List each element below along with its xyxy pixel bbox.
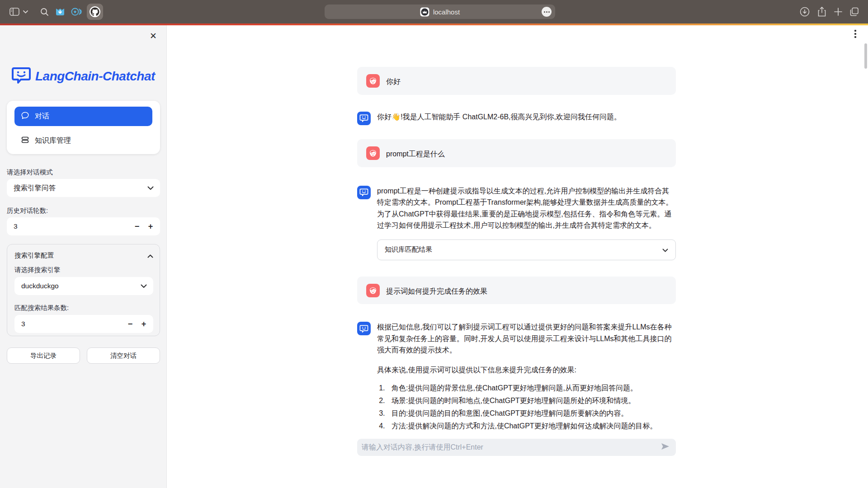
message-list: 角色:提供问题的背景信息,使ChatGPT更好地理解问题,从而更好地回答问题。 … <box>387 382 676 432</box>
share-icon[interactable] <box>816 6 827 17</box>
results-count-label: 匹配搜索结果条数: <box>14 304 69 312</box>
sidebar: ✕ LangChain-Chatchat 对话 知识库管理 请选择对话模式 搜索… <box>0 25 167 488</box>
kb-match-results-expander[interactable]: 知识库匹配结果 <box>377 239 676 260</box>
export-records-button[interactable]: 导出记录 <box>7 347 80 364</box>
engine-select-label: 请选择搜索引擎 <box>14 266 61 274</box>
list-item: 方法:提供解决问题的方式和方法,使ChatGPT更好地理解如何达成解决问题的目标… <box>387 420 676 432</box>
chat-area: 你好 你好👋!我是人工智能助手 ChatGLM2-6B,很高兴见到你,欢迎问我任… <box>357 25 676 432</box>
engine-select[interactable]: duckduckgo <box>14 277 153 295</box>
url-text: localhost <box>433 8 460 16</box>
github-extension-icon[interactable] <box>87 4 103 20</box>
chat-input-bar[interactable] <box>357 439 676 456</box>
nav-item-label: 对话 <box>35 112 49 121</box>
minus-button[interactable]: − <box>130 220 144 233</box>
expander-header[interactable]: 搜索引擎配置 <box>14 251 153 260</box>
history-rounds-input[interactable]: 3 − + <box>7 217 160 235</box>
clear-dialogue-button[interactable]: 清空对话 <box>87 347 160 364</box>
send-icon[interactable] <box>661 443 670 452</box>
new-tab-icon[interactable] <box>833 6 844 17</box>
scrollbar-thumb[interactable] <box>864 43 867 69</box>
message-text: prompt工程是什么 <box>386 146 667 160</box>
list-item: 角色:提供问题的背景信息,使ChatGPT更好地理解问题,从而更好地回答问题。 <box>387 382 676 394</box>
assistant-avatar <box>357 186 371 199</box>
plus-button[interactable]: + <box>137 317 151 331</box>
message-text: 提示词如何提升完成任务的效果 <box>386 284 667 297</box>
assistant-message: 根据已知信息,我们可以了解到提示词工程可以通过提供更好的问题和答案来提升LLMs… <box>357 321 676 432</box>
nav-item-knowledge-base[interactable]: 知识库管理 <box>14 132 152 149</box>
sidebar-toggle-icon[interactable] <box>9 6 20 17</box>
chevron-down-icon <box>141 282 147 290</box>
chat-input[interactable] <box>362 443 661 451</box>
app-logo: LangChain-Chatchat <box>12 67 155 86</box>
list-item: 场景:提供问题的时间和地点,使ChatGPT更好地理解问题所处的环境和情境。 <box>387 394 676 407</box>
site-favicon <box>420 7 429 17</box>
chat-bubble-icon <box>21 112 29 121</box>
dialog-mode-value: 搜索引擎问答 <box>14 183 56 193</box>
extensions-more-icon[interactable] <box>542 7 552 17</box>
plus-button[interactable]: + <box>144 220 157 233</box>
assistant-message: 你好👋!我是人工智能助手 ChatGLM2-6B,很高兴见到你,欢迎问我任何问题… <box>357 111 676 123</box>
user-avatar <box>366 74 380 88</box>
user-message: prompt工程是什么 <box>357 139 676 167</box>
message-text: prompt工程是一种创建提示或指导以生成文本的过程,允许用户控制模型的输出并生… <box>377 185 676 231</box>
user-avatar <box>366 146 380 160</box>
search-icon[interactable] <box>39 6 50 17</box>
streamlit-decoration-bar <box>0 23 868 25</box>
ripple-extension-icon[interactable] <box>71 6 82 17</box>
nav-item-dialogue[interactable]: 对话 <box>14 107 152 126</box>
results-count-input[interactable]: 3 − + <box>14 315 153 333</box>
chevron-down-icon <box>147 184 154 192</box>
message-paragraph: 具体来说,使用提示词可以提供以下信息来提升完成任务的效果: <box>377 364 676 376</box>
chevron-down-icon <box>662 246 668 253</box>
message-text: 根据已知信息,我们可以了解到提示词工程可以通过提供更好的问题和答案来提升LLMs… <box>377 321 676 375</box>
dialog-mode-select[interactable]: 搜索引擎问答 <box>7 179 160 197</box>
browser-toolbar: localhost <box>0 0 868 23</box>
expander-title: 搜索引擎配置 <box>14 251 54 260</box>
expander-title: 知识库匹配结果 <box>385 245 432 254</box>
chevron-up-icon <box>147 252 153 259</box>
app-logo-text: LangChain-Chatchat <box>35 69 155 84</box>
message-paragraph: 根据已知信息,我们可以了解到提示词工程可以通过提供更好的问题和答案来提升LLMs… <box>377 321 676 356</box>
nav-item-label: 知识库管理 <box>35 136 71 145</box>
user-avatar <box>366 284 380 297</box>
list-item: 目的:提供问题的目的和意图,使ChatGPT更好地理解问题所要解决的内容。 <box>387 407 676 420</box>
chat-bubble-logo-icon <box>12 67 31 86</box>
close-sidebar-icon[interactable]: ✕ <box>148 31 158 41</box>
engine-value: duckduckgo <box>21 282 59 290</box>
user-message: 你好 <box>357 67 676 95</box>
database-stack-icon <box>21 136 29 145</box>
chevron-down-icon[interactable] <box>22 6 29 17</box>
results-count-value: 3 <box>21 320 123 328</box>
dialog-mode-label: 请选择对话模式 <box>7 168 53 177</box>
nav-menu: 对话 知识库管理 <box>7 101 160 154</box>
user-message: 提示词如何提升完成任务的效果 <box>357 277 676 305</box>
assistant-avatar <box>357 112 371 125</box>
downloads-icon[interactable] <box>799 6 810 17</box>
search-engine-config-expander: 搜索引擎配置 请选择搜索引擎 duckduckgo 匹配搜索结果条数: 3 − … <box>7 244 160 336</box>
downloader-extension-icon[interactable] <box>55 6 66 17</box>
tab-overview-icon[interactable] <box>849 6 860 17</box>
history-rounds-label: 历史对话轮数: <box>7 206 48 215</box>
message-text: 你好👋!我是人工智能助手 ChatGLM2-6B,很高兴见到你,欢迎问我任何问题… <box>377 111 676 123</box>
address-bar[interactable]: localhost <box>325 5 555 19</box>
assistant-avatar <box>357 322 371 335</box>
assistant-message: prompt工程是一种创建提示或指导以生成文本的过程,允许用户控制模型的输出并生… <box>357 185 676 260</box>
message-text: 你好 <box>386 74 667 88</box>
history-rounds-value: 3 <box>14 222 130 230</box>
page-kebab-menu-icon[interactable] <box>851 27 860 41</box>
minus-button[interactable]: − <box>123 317 137 331</box>
